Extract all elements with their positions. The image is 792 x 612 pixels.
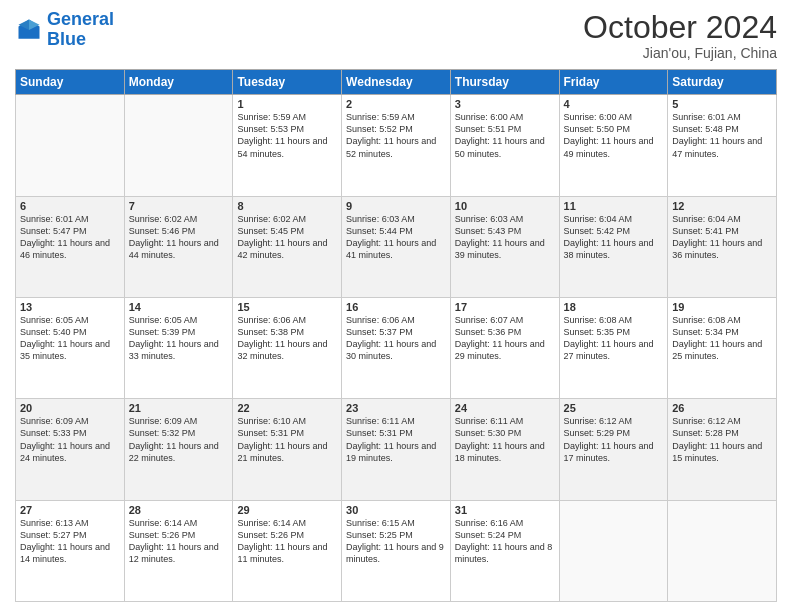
day-number: 6 <box>20 200 120 212</box>
day-info: Sunrise: 6:12 AMSunset: 5:28 PMDaylight:… <box>672 415 772 464</box>
table-row: 24Sunrise: 6:11 AMSunset: 5:30 PMDayligh… <box>450 399 559 500</box>
table-row: 26Sunrise: 6:12 AMSunset: 5:28 PMDayligh… <box>668 399 777 500</box>
table-row: 14Sunrise: 6:05 AMSunset: 5:39 PMDayligh… <box>124 297 233 398</box>
day-info: Sunrise: 6:11 AMSunset: 5:30 PMDaylight:… <box>455 415 555 464</box>
table-row <box>559 500 668 601</box>
table-row: 1Sunrise: 5:59 AMSunset: 5:53 PMDaylight… <box>233 95 342 196</box>
calendar-week-3: 20Sunrise: 6:09 AMSunset: 5:33 PMDayligh… <box>16 399 777 500</box>
col-saturday: Saturday <box>668 70 777 95</box>
day-number: 15 <box>237 301 337 313</box>
col-monday: Monday <box>124 70 233 95</box>
day-number: 9 <box>346 200 446 212</box>
calendar-week-0: 1Sunrise: 5:59 AMSunset: 5:53 PMDaylight… <box>16 95 777 196</box>
title-block: October 2024 Jian'ou, Fujian, China <box>583 10 777 61</box>
day-number: 10 <box>455 200 555 212</box>
day-number: 20 <box>20 402 120 414</box>
table-row: 3Sunrise: 6:00 AMSunset: 5:51 PMDaylight… <box>450 95 559 196</box>
table-row: 9Sunrise: 6:03 AMSunset: 5:44 PMDaylight… <box>342 196 451 297</box>
day-info: Sunrise: 6:13 AMSunset: 5:27 PMDaylight:… <box>20 517 120 566</box>
logo: General Blue <box>15 10 114 50</box>
day-info: Sunrise: 6:02 AMSunset: 5:45 PMDaylight:… <box>237 213 337 262</box>
table-row: 20Sunrise: 6:09 AMSunset: 5:33 PMDayligh… <box>16 399 125 500</box>
table-row: 18Sunrise: 6:08 AMSunset: 5:35 PMDayligh… <box>559 297 668 398</box>
day-info: Sunrise: 6:06 AMSunset: 5:38 PMDaylight:… <box>237 314 337 363</box>
day-info: Sunrise: 6:08 AMSunset: 5:34 PMDaylight:… <box>672 314 772 363</box>
day-number: 4 <box>564 98 664 110</box>
day-number: 22 <box>237 402 337 414</box>
table-row: 28Sunrise: 6:14 AMSunset: 5:26 PMDayligh… <box>124 500 233 601</box>
day-number: 24 <box>455 402 555 414</box>
day-number: 25 <box>564 402 664 414</box>
day-number: 2 <box>346 98 446 110</box>
calendar: Sunday Monday Tuesday Wednesday Thursday… <box>15 69 777 602</box>
day-number: 30 <box>346 504 446 516</box>
day-info: Sunrise: 6:04 AMSunset: 5:42 PMDaylight:… <box>564 213 664 262</box>
day-number: 8 <box>237 200 337 212</box>
table-row: 23Sunrise: 6:11 AMSunset: 5:31 PMDayligh… <box>342 399 451 500</box>
col-wednesday: Wednesday <box>342 70 451 95</box>
day-number: 21 <box>129 402 229 414</box>
day-info: Sunrise: 5:59 AMSunset: 5:53 PMDaylight:… <box>237 111 337 160</box>
day-info: Sunrise: 6:14 AMSunset: 5:26 PMDaylight:… <box>237 517 337 566</box>
page: General Blue October 2024 Jian'ou, Fujia… <box>0 0 792 612</box>
table-row: 16Sunrise: 6:06 AMSunset: 5:37 PMDayligh… <box>342 297 451 398</box>
header: General Blue October 2024 Jian'ou, Fujia… <box>15 10 777 61</box>
day-info: Sunrise: 6:06 AMSunset: 5:37 PMDaylight:… <box>346 314 446 363</box>
table-row <box>124 95 233 196</box>
day-info: Sunrise: 6:05 AMSunset: 5:39 PMDaylight:… <box>129 314 229 363</box>
day-info: Sunrise: 6:08 AMSunset: 5:35 PMDaylight:… <box>564 314 664 363</box>
day-number: 28 <box>129 504 229 516</box>
table-row: 15Sunrise: 6:06 AMSunset: 5:38 PMDayligh… <box>233 297 342 398</box>
col-sunday: Sunday <box>16 70 125 95</box>
day-info: Sunrise: 6:03 AMSunset: 5:43 PMDaylight:… <box>455 213 555 262</box>
table-row: 2Sunrise: 5:59 AMSunset: 5:52 PMDaylight… <box>342 95 451 196</box>
table-row: 27Sunrise: 6:13 AMSunset: 5:27 PMDayligh… <box>16 500 125 601</box>
day-number: 19 <box>672 301 772 313</box>
table-row: 8Sunrise: 6:02 AMSunset: 5:45 PMDaylight… <box>233 196 342 297</box>
logo-icon <box>15 16 43 44</box>
day-info: Sunrise: 5:59 AMSunset: 5:52 PMDaylight:… <box>346 111 446 160</box>
table-row: 4Sunrise: 6:00 AMSunset: 5:50 PMDaylight… <box>559 95 668 196</box>
table-row: 7Sunrise: 6:02 AMSunset: 5:46 PMDaylight… <box>124 196 233 297</box>
day-number: 3 <box>455 98 555 110</box>
day-number: 26 <box>672 402 772 414</box>
table-row: 17Sunrise: 6:07 AMSunset: 5:36 PMDayligh… <box>450 297 559 398</box>
table-row: 12Sunrise: 6:04 AMSunset: 5:41 PMDayligh… <box>668 196 777 297</box>
calendar-week-2: 13Sunrise: 6:05 AMSunset: 5:40 PMDayligh… <box>16 297 777 398</box>
logo-text: General Blue <box>47 10 114 50</box>
day-number: 23 <box>346 402 446 414</box>
day-number: 11 <box>564 200 664 212</box>
day-info: Sunrise: 6:09 AMSunset: 5:32 PMDaylight:… <box>129 415 229 464</box>
table-row <box>16 95 125 196</box>
day-number: 1 <box>237 98 337 110</box>
table-row: 25Sunrise: 6:12 AMSunset: 5:29 PMDayligh… <box>559 399 668 500</box>
col-thursday: Thursday <box>450 70 559 95</box>
logo-blue: Blue <box>47 29 86 49</box>
day-number: 29 <box>237 504 337 516</box>
day-number: 27 <box>20 504 120 516</box>
table-row: 11Sunrise: 6:04 AMSunset: 5:42 PMDayligh… <box>559 196 668 297</box>
table-row: 19Sunrise: 6:08 AMSunset: 5:34 PMDayligh… <box>668 297 777 398</box>
day-info: Sunrise: 6:15 AMSunset: 5:25 PMDaylight:… <box>346 517 446 566</box>
day-info: Sunrise: 6:04 AMSunset: 5:41 PMDaylight:… <box>672 213 772 262</box>
table-row: 5Sunrise: 6:01 AMSunset: 5:48 PMDaylight… <box>668 95 777 196</box>
day-info: Sunrise: 6:11 AMSunset: 5:31 PMDaylight:… <box>346 415 446 464</box>
day-info: Sunrise: 6:07 AMSunset: 5:36 PMDaylight:… <box>455 314 555 363</box>
table-row <box>668 500 777 601</box>
day-number: 18 <box>564 301 664 313</box>
day-info: Sunrise: 6:00 AMSunset: 5:51 PMDaylight:… <box>455 111 555 160</box>
day-info: Sunrise: 6:14 AMSunset: 5:26 PMDaylight:… <box>129 517 229 566</box>
col-friday: Friday <box>559 70 668 95</box>
day-number: 12 <box>672 200 772 212</box>
calendar-week-1: 6Sunrise: 6:01 AMSunset: 5:47 PMDaylight… <box>16 196 777 297</box>
day-number: 16 <box>346 301 446 313</box>
location: Jian'ou, Fujian, China <box>583 45 777 61</box>
table-row: 21Sunrise: 6:09 AMSunset: 5:32 PMDayligh… <box>124 399 233 500</box>
table-row: 13Sunrise: 6:05 AMSunset: 5:40 PMDayligh… <box>16 297 125 398</box>
day-info: Sunrise: 6:02 AMSunset: 5:46 PMDaylight:… <box>129 213 229 262</box>
day-info: Sunrise: 6:09 AMSunset: 5:33 PMDaylight:… <box>20 415 120 464</box>
col-tuesday: Tuesday <box>233 70 342 95</box>
day-info: Sunrise: 6:12 AMSunset: 5:29 PMDaylight:… <box>564 415 664 464</box>
day-number: 14 <box>129 301 229 313</box>
day-info: Sunrise: 6:10 AMSunset: 5:31 PMDaylight:… <box>237 415 337 464</box>
